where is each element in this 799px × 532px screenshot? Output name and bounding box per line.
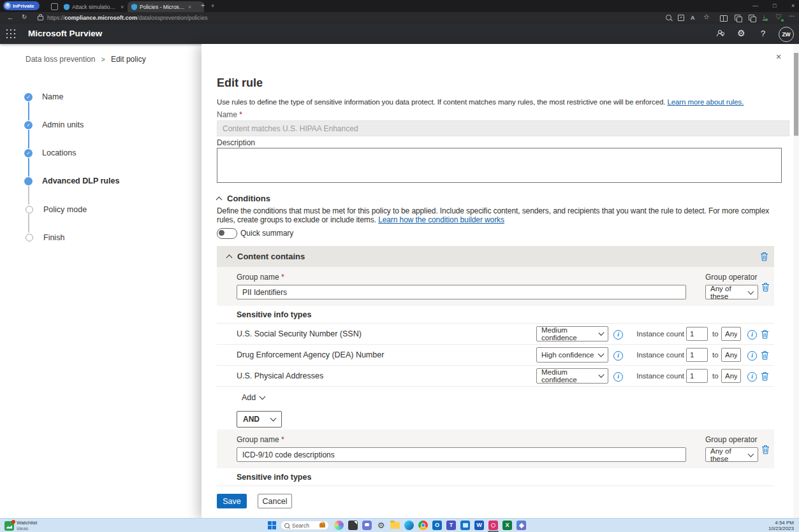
tab-policies-purview[interactable]: Policies - Microsoft Purview ×	[128, 1, 204, 12]
taskbar-clock[interactable]: 4:54 PM 10/23/2023	[768, 520, 794, 531]
conditions-header[interactable]: Conditions	[217, 194, 270, 203]
taskbar-icon-snipping-tool[interactable]	[348, 521, 358, 530]
info-icon[interactable]: i	[747, 372, 757, 382]
zoom-icon[interactable]	[666, 15, 671, 20]
window-minimize-icon[interactable]: —	[752, 3, 758, 9]
add-button[interactable]: Add	[242, 393, 265, 402]
confidence-value: Medium confidence	[541, 326, 599, 341]
delete-group-icon[interactable]	[761, 282, 770, 294]
instance-max-input[interactable]	[721, 369, 741, 383]
start-button[interactable]	[268, 521, 276, 529]
gear-icon[interactable]: ⚙	[737, 28, 745, 39]
new-tab-icon[interactable]: +	[201, 2, 205, 9]
to-label: to	[712, 345, 719, 365]
wizard-step-advanced-dlp-rules[interactable]: Advanced DLP rules	[24, 176, 119, 185]
delete-sit-icon[interactable]	[761, 371, 769, 384]
delete-sit-icon[interactable]	[761, 350, 769, 363]
copilot-icon[interactable]	[749, 15, 754, 20]
description-input[interactable]	[217, 148, 782, 183]
taskbar-icon-edge[interactable]	[404, 521, 414, 530]
url-protocol: https://	[47, 15, 64, 21]
taskbar-icon-designer[interactable]	[334, 521, 344, 530]
taskbar-icon-powertoys[interactable]	[488, 521, 498, 530]
panel-scrollbar[interactable]	[793, 44, 799, 518]
content-contains-header[interactable]: Content contains	[217, 246, 774, 267]
condition-builder-link[interactable]: Learn how the condition builder works	[378, 215, 504, 224]
settings-more-icon[interactable]: ⋯	[789, 12, 795, 20]
instance-max-input[interactable]	[721, 327, 741, 341]
delete-sit-icon[interactable]	[761, 329, 769, 341]
help-icon[interactable]: ?	[761, 28, 765, 39]
conditions-description: Define the conditions that must be met f…	[217, 206, 786, 224]
group-operator-dropdown[interactable]: Any of these	[705, 447, 758, 462]
cancel-button[interactable]: Cancel	[258, 494, 292, 508]
scrollbar-thumb[interactable]	[794, 53, 798, 136]
taskbar-icon-photos[interactable]	[517, 521, 526, 530]
split-screen-icon[interactable]	[720, 15, 728, 22]
wizard-step-policy-mode[interactable]: Policy mode	[26, 205, 87, 214]
group-name-input[interactable]	[237, 285, 686, 299]
app-launcher-icon[interactable]	[6, 29, 16, 39]
group-operator-dropdown[interactable]: Any of these	[705, 285, 758, 299]
close-icon[interactable]: ×	[776, 52, 781, 61]
save-button[interactable]: Save	[217, 494, 247, 508]
info-icon[interactable]: i	[747, 351, 757, 361]
taskbar-icon-chrome[interactable]	[418, 521, 428, 530]
downloads-icon[interactable]: ↓	[763, 14, 766, 20]
tab-close-icon[interactable]: ×	[188, 4, 191, 10]
avatar[interactable]: ZW	[779, 27, 794, 42]
taskbar-icon-teams-chat[interactable]	[362, 521, 372, 530]
instance-min-input[interactable]	[686, 369, 708, 383]
delete-condition-icon[interactable]	[760, 252, 768, 263]
favorites-star-icon[interactable]: ☆	[703, 13, 710, 20]
info-icon[interactable]: i	[747, 330, 757, 340]
window-maximize-icon[interactable]: □	[773, 3, 776, 9]
taskbar-icon-file-explorer[interactable]	[390, 522, 400, 529]
taskbar-search[interactable]: Search	[281, 521, 329, 530]
info-icon[interactable]: i	[613, 330, 623, 340]
inprivate-badge[interactable]: InPrivate	[3, 1, 40, 10]
instance-min-input[interactable]	[686, 327, 708, 341]
info-icon[interactable]: i	[613, 351, 623, 361]
breadcrumb-parent[interactable]: Data loss prevention	[26, 55, 95, 64]
taskbar-icon-word[interactable]: W	[474, 521, 484, 530]
instance-min-input[interactable]	[686, 348, 708, 362]
wizard-step-locations[interactable]: ✓ Locations	[24, 148, 77, 157]
window-close-icon[interactable]: ×	[791, 3, 795, 9]
taskbar: Watchlist Ideas Search ⚙ O T W X 4:54 PM…	[0, 518, 799, 532]
address-bar[interactable]: https://compliance.microsoft.com/datalos…	[47, 15, 208, 21]
read-aloud-icon[interactable]: A	[691, 14, 695, 22]
taskbar-icon-outlook[interactable]: O	[432, 521, 442, 530]
collections-icon[interactable]	[735, 15, 740, 20]
tab-search-icon[interactable]: ∨	[211, 3, 214, 8]
confidence-dropdown[interactable]: Medium confidence	[536, 368, 608, 384]
confidence-dropdown[interactable]: High confidence	[536, 347, 608, 363]
wizard-step-admin-units[interactable]: ✓ Admin units	[24, 120, 84, 129]
confidence-dropdown[interactable]: Medium confidence	[536, 326, 608, 341]
info-icon[interactable]: i	[613, 372, 623, 382]
rule-name-input[interactable]	[217, 120, 789, 136]
refresh-icon[interactable]: ↻	[22, 13, 27, 21]
widgets-button[interactable]: Watchlist Ideas	[4, 520, 37, 531]
panel-title: Edit rule	[217, 76, 263, 90]
instance-max-input[interactable]	[721, 348, 741, 362]
tab-attack-simulation[interactable]: Attack simulation training - Mic ×	[60, 1, 133, 12]
wizard-step-name[interactable]: ✓ Name	[24, 92, 63, 101]
quick-summary-toggle[interactable]	[217, 228, 237, 239]
delete-group-icon[interactable]	[761, 445, 770, 457]
tab-close-icon[interactable]: ×	[121, 4, 124, 10]
taskbar-icon-store[interactable]	[460, 521, 470, 530]
browser-essentials-icon[interactable]: ♡	[775, 13, 782, 20]
taskbar-icon-teams[interactable]: T	[446, 521, 456, 530]
taskbar-icon-settings[interactable]: ⚙	[376, 521, 386, 530]
group-name-input[interactable]	[237, 447, 686, 462]
roles-icon[interactable]	[717, 30, 722, 35]
taskbar-icon-excel[interactable]: X	[502, 521, 512, 530]
group-joiner-dropdown[interactable]: AND	[237, 411, 282, 428]
sit-name: U.S. Social Security Number (SSN)	[237, 324, 362, 344]
workspaces-icon[interactable]	[51, 3, 58, 10]
app-install-icon[interactable]: +	[678, 15, 684, 21]
back-icon[interactable]: ←	[7, 13, 14, 21]
learn-more-rules-link[interactable]: Learn more about rules.	[667, 98, 744, 106]
wizard-step-finish[interactable]: Finish	[26, 233, 65, 242]
